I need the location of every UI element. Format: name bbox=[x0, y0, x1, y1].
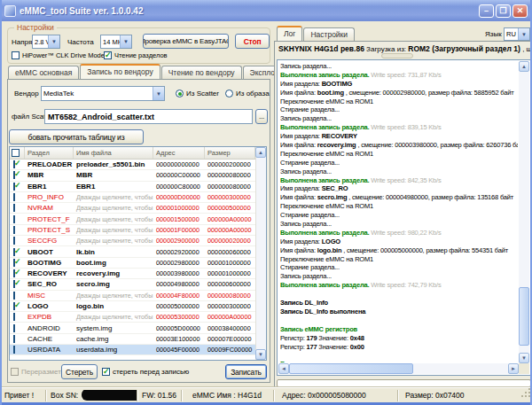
partition-row[interactable]: SEC_ROsecro.img000004980000000000600000 bbox=[10, 279, 266, 290]
row-checkbox[interactable] bbox=[10, 259, 25, 267]
row-checkbox[interactable] bbox=[10, 248, 25, 256]
read-partitions-checkbox[interactable]: Чтение разделов bbox=[104, 51, 168, 59]
row-checkbox[interactable] bbox=[10, 171, 25, 179]
checkbox-icon bbox=[13, 237, 15, 245]
language-select[interactable]: RU ▼ bbox=[504, 27, 530, 41]
partition-row[interactable]: ANDROIDsystem.img000005D0000000003840000… bbox=[10, 323, 266, 333]
row-checkbox[interactable] bbox=[10, 346, 25, 354]
log-vscrollbar[interactable]: ▲ ▼ bbox=[519, 61, 529, 363]
row-checkbox[interactable] bbox=[10, 324, 25, 332]
resize-grip-icon[interactable] bbox=[521, 388, 531, 398]
row-checkbox[interactable] bbox=[10, 226, 25, 234]
hipower-checkbox[interactable]: HiPower™ CLK Drive Mode bbox=[12, 51, 105, 59]
partition-row[interactable]: EBR1EBR1000000C80000000000080000 bbox=[10, 182, 266, 192]
partition-row[interactable]: UBOOTlk.bin000002920000000000060000 bbox=[10, 246, 266, 257]
partition-row[interactable]: LOGOlogo.bin000005000000000000300000 bbox=[10, 301, 266, 312]
row-checkbox[interactable] bbox=[10, 183, 25, 191]
read-table-button[interactable]: бовать прочитать таблицу из bbox=[9, 129, 144, 144]
row-checkbox[interactable] bbox=[10, 160, 25, 168]
chevron-down-icon[interactable]: ▼ bbox=[48, 35, 59, 48]
tab-emmc-main[interactable]: eMMC основная bbox=[8, 66, 79, 79]
scroll-right-icon[interactable]: ► bbox=[508, 363, 519, 374]
log-line: Выполнена запись раздела. Write speed: 8… bbox=[280, 176, 518, 185]
stop-button[interactable]: Стоп bbox=[235, 34, 270, 49]
row-checkbox[interactable] bbox=[10, 335, 25, 343]
partition-row[interactable]: MBRMBR000000C00000000000080000 bbox=[10, 170, 266, 181]
frequency-select[interactable]: 14 MHz ▼ bbox=[100, 35, 132, 49]
chevron-down-icon[interactable]: ▼ bbox=[120, 35, 131, 48]
log-segment: RECOVERY bbox=[322, 132, 357, 140]
row-checkbox[interactable] bbox=[10, 215, 25, 223]
row-checkbox[interactable] bbox=[10, 193, 25, 201]
log-line bbox=[280, 316, 518, 325]
checkbox-icon bbox=[102, 368, 110, 376]
write-button[interactable]: Записать bbox=[225, 364, 267, 379]
partition-row[interactable]: EXPDBДважды щелкните, чтобы0000053000000… bbox=[10, 312, 266, 323]
partition-name: SECCFG bbox=[25, 237, 74, 245]
minimize-button[interactable]: – bbox=[479, 4, 494, 18]
log-segment: Переключение eMMC на ROM1 bbox=[280, 255, 373, 263]
voltage-select[interactable]: 2.8 V ▼ bbox=[32, 35, 60, 49]
close-button[interactable]: ✕ bbox=[512, 4, 528, 18]
partition-row[interactable]: SECCFGДважды щелкните, чтобы000002900000… bbox=[10, 236, 266, 246]
partition-address: 000005300000 bbox=[153, 313, 205, 321]
from-scatter-radio[interactable]: Из Scatter bbox=[176, 90, 219, 97]
column-header-filename[interactable]: Имя файла bbox=[74, 147, 153, 159]
row-checkbox[interactable] bbox=[10, 237, 25, 245]
browse-button[interactable]: ... bbox=[255, 109, 268, 124]
tab-log[interactable]: Лог bbox=[277, 26, 302, 41]
partition-row[interactable]: USRDATAuserdata.img000045F0000000009FC00… bbox=[10, 345, 266, 355]
scroll-up-icon[interactable]: ▲ bbox=[519, 61, 529, 72]
row-checkbox[interactable] bbox=[10, 302, 25, 310]
log-line bbox=[280, 351, 518, 360]
row-checkbox[interactable] bbox=[10, 292, 25, 300]
row-checkbox[interactable] bbox=[10, 204, 25, 212]
partition-size: 000000600000 bbox=[205, 280, 257, 288]
maximize-button[interactable]: ❐ bbox=[496, 4, 511, 18]
scroll-up-icon[interactable]: ▲ bbox=[255, 147, 266, 158]
tab-read-by-vendor[interactable]: Чтение по вендору bbox=[161, 66, 242, 79]
partition-size: 000038400000 bbox=[205, 324, 257, 332]
tab-write-by-vendor[interactable]: Запись по вендору bbox=[80, 64, 160, 79]
column-header-size[interactable]: Размер bbox=[205, 147, 255, 159]
partition-row[interactable]: NVRAMДважды щелкните, чтобы0000010000000… bbox=[10, 203, 266, 214]
column-header-address[interactable]: Адрес bbox=[153, 147, 205, 159]
chevron-down-icon[interactable]: ▼ bbox=[153, 87, 164, 100]
status-address: Адрес: 0x000005080000 bbox=[274, 390, 398, 401]
vendor-select[interactable]: MediaTek ▼ bbox=[41, 86, 165, 101]
table-scrollbar[interactable]: ▲ ▼ bbox=[255, 147, 266, 360]
partition-row[interactable]: PROTECT_SДважды щелкните, чтобы000001F00… bbox=[10, 225, 266, 236]
tab-log-settings[interactable]: Настройки bbox=[303, 27, 355, 41]
scroll-down-icon[interactable]: ▼ bbox=[255, 349, 266, 360]
column-header-partition[interactable]: Раздел bbox=[25, 147, 74, 159]
partition-row[interactable]: RECOVERYrecovery.img00000398000000000100… bbox=[10, 269, 266, 279]
splitter-grip[interactable] bbox=[381, 53, 413, 58]
log-hscrollbar[interactable]: ◄ ► bbox=[278, 363, 519, 374]
repartition-checkbox[interactable]: Переразметка bbox=[11, 368, 68, 376]
erase-button[interactable]: Стереть bbox=[61, 364, 98, 379]
select-all-checkbox[interactable] bbox=[10, 147, 25, 159]
partition-name: PRO_INFO bbox=[25, 193, 74, 201]
erase-before-write-checkbox[interactable]: стереть перед записью bbox=[102, 368, 189, 376]
log-line: Переключение eMMC на ROM1 bbox=[280, 97, 518, 106]
partition-row[interactable]: PRELOADERpreloader_s5501.bin000000000000… bbox=[10, 160, 266, 170]
scroll-left-icon[interactable]: ◄ bbox=[278, 363, 289, 374]
log-vscroll-thumb[interactable] bbox=[519, 287, 529, 346]
partition-row[interactable]: BOOTIMGboot.img000002980000000001000000 bbox=[10, 258, 266, 269]
partition-row[interactable]: CACHEcache.img00003E100000000007E00000 bbox=[10, 334, 266, 345]
partition-row[interactable]: MISCДважды щелкните, чтобы000004F8000000… bbox=[10, 291, 266, 301]
log-hscroll-thumb[interactable] bbox=[289, 363, 413, 374]
from-image-radio[interactable]: Из образа bbox=[225, 90, 270, 97]
row-checkbox[interactable] bbox=[10, 313, 25, 321]
row-checkbox[interactable] bbox=[10, 269, 25, 277]
chevron-down-icon[interactable]: ▼ bbox=[518, 28, 529, 40]
check-emmc-button[interactable]: Проверка eMMC в EasyJTAG bbox=[143, 34, 229, 49]
chip-info-segment: SKHYNIX H4G1d рев.86 bbox=[278, 44, 364, 53]
scatter-file-input[interactable]: MT6582_Android_scatter.txt bbox=[44, 109, 253, 124]
log-line: Имя файла: recovery.img , смещение: 0000… bbox=[280, 141, 518, 150]
partition-row[interactable]: PROTECT_FДважды щелкните, чтобы000001500… bbox=[10, 214, 266, 224]
partition-row[interactable]: PRO_INFOДважды щелкните, чтобы000000D000… bbox=[10, 192, 266, 203]
scroll-down-icon[interactable]: ▼ bbox=[519, 353, 529, 363]
row-checkbox[interactable] bbox=[10, 280, 25, 288]
log-segment: recovery.img bbox=[317, 141, 356, 149]
